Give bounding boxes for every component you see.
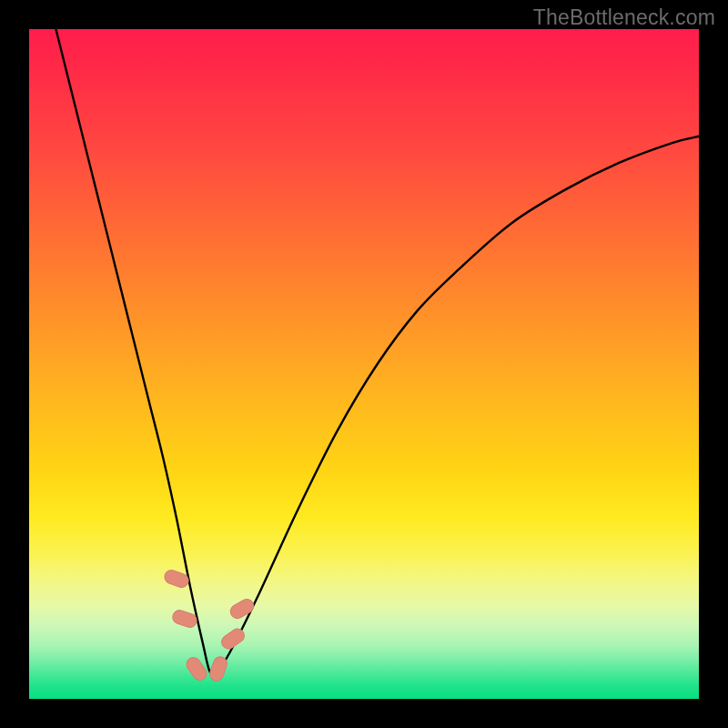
chart-frame: TheBottleneck.com <box>0 0 728 728</box>
curve-marker <box>228 596 257 622</box>
curve-marker <box>218 625 248 652</box>
curve-marker <box>162 567 191 590</box>
watermark-label: TheBottleneck.com <box>533 5 715 30</box>
curve-marker <box>171 608 200 630</box>
curve-markers <box>29 29 699 699</box>
curve-marker <box>183 654 209 683</box>
plot-area <box>29 29 699 699</box>
curve-marker <box>207 654 229 683</box>
